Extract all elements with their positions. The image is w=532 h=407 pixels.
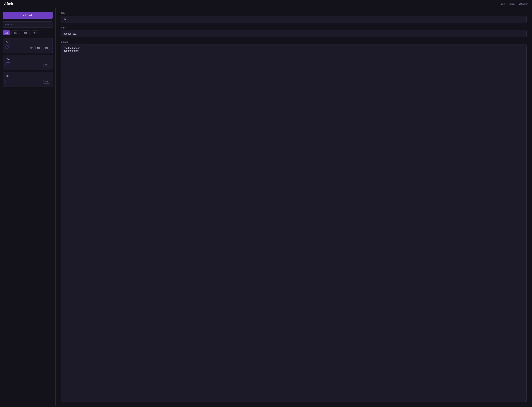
tag-filter-btn-baz[interactable]: baz (21, 30, 30, 35)
brand-logo: Afrek (4, 2, 13, 6)
task-tag[interactable]: foo (35, 46, 42, 50)
task-tag[interactable]: foo (43, 63, 50, 67)
task-tag[interactable]: bar (28, 46, 34, 50)
tag-filter-btn-all[interactable]: All (3, 30, 10, 35)
title-field: Title (61, 12, 527, 23)
task-card-title: Foo (6, 58, 50, 60)
tags-field: Tags (61, 26, 527, 37)
user-email: a@a.com (518, 3, 528, 5)
detail-panel: Title Tags Details (56, 8, 532, 406)
task-card[interactable]: Foo✓foo (3, 55, 53, 70)
task-tag[interactable]: baz (43, 46, 50, 50)
title-label: Title (61, 12, 527, 15)
header: Afrek Tasks Logout a@a.com (0, 0, 532, 8)
task-tags: bar (43, 79, 50, 84)
tag-filter-group: Allbarbazfoo (3, 30, 53, 35)
task-card-title: Bar (6, 75, 50, 77)
logout-nav-link[interactable]: Logout (509, 3, 515, 5)
task-tag[interactable]: bar (43, 79, 50, 84)
sidebar: Add task Allbarbazfoo Baz✓barfoobazFoo✓f… (0, 8, 56, 406)
tags-label: Tags (61, 26, 527, 29)
task-check[interactable]: ✓ (6, 46, 10, 50)
task-card[interactable]: Baz✓barfoobaz (3, 38, 53, 53)
tag-filter-btn-bar[interactable]: bar (11, 30, 20, 35)
search-input[interactable] (3, 21, 53, 28)
task-card[interactable]: Bar✓bar (3, 72, 53, 87)
task-tags: foo (43, 63, 50, 67)
add-task-button[interactable]: Add task (3, 12, 53, 19)
title-input[interactable] (61, 16, 527, 23)
task-check[interactable]: ✓ (6, 62, 10, 67)
details-field: Details (61, 41, 527, 402)
layout: Add task Allbarbazfoo Baz✓barfoobazFoo✓f… (0, 8, 532, 406)
task-tags: barfoobaz (28, 46, 50, 50)
header-nav: Tasks Logout a@a.com (500, 3, 528, 5)
details-textarea[interactable] (61, 45, 527, 402)
tags-input[interactable] (61, 30, 527, 37)
task-card-title: Baz (6, 41, 50, 44)
details-label: Details (61, 41, 527, 43)
tag-filter-btn-foo[interactable]: foo (31, 30, 39, 35)
task-card-footer: ✓foo (6, 62, 50, 67)
task-card-footer: ✓bar (6, 79, 50, 84)
tasks-nav-link[interactable]: Tasks (500, 3, 505, 5)
task-list: Baz✓barfoobazFoo✓fooBar✓bar (3, 38, 53, 87)
task-card-footer: ✓barfoobaz (6, 46, 50, 50)
task-check[interactable]: ✓ (6, 79, 10, 84)
